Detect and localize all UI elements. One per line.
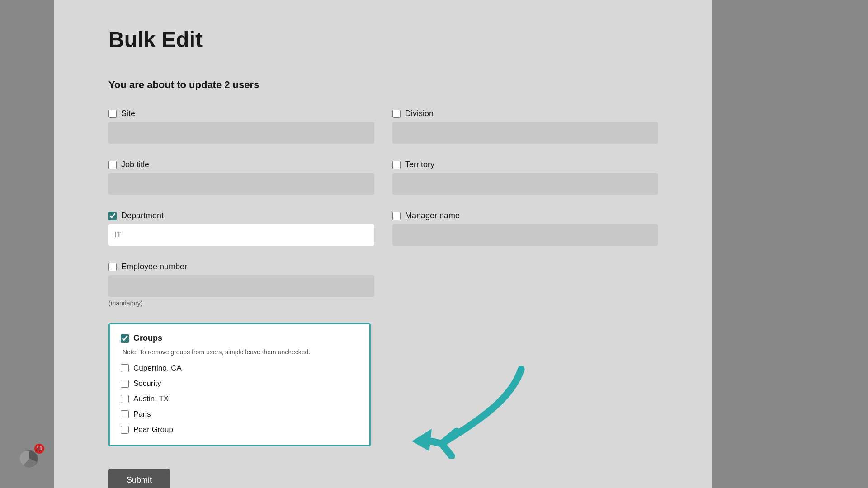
groups-wrapper: Groups Note: To remove groups from users… <box>108 323 371 446</box>
groups-label: Groups <box>133 333 162 343</box>
employee-number-label-row: Employee number <box>108 262 374 272</box>
groups-header: Groups <box>121 333 359 343</box>
manager-name-field-group: Manager name <box>392 211 658 246</box>
employee-number-label: Employee number <box>121 262 187 272</box>
groups-note: Note: To remove groups from users, simpl… <box>121 348 359 356</box>
department-label: Department <box>121 211 164 221</box>
list-item: Paris <box>121 410 359 419</box>
group-name-paris: Paris <box>133 410 151 419</box>
department-label-row: Department <box>108 211 374 221</box>
placeholder-group <box>392 262 658 307</box>
site-checkbox[interactable] <box>108 110 117 118</box>
mandatory-note: (mandatory) <box>108 300 374 307</box>
form-row-2: Job title Territory <box>108 160 658 195</box>
groups-checkbox[interactable] <box>121 334 129 343</box>
division-input[interactable] <box>392 122 658 144</box>
territory-input[interactable] <box>392 173 658 195</box>
site-input[interactable] <box>108 122 374 144</box>
manager-name-label: Manager name <box>405 211 460 221</box>
territory-checkbox[interactable] <box>392 161 401 169</box>
arrow-annotation <box>380 359 533 459</box>
group-checkbox-security[interactable] <box>121 380 129 388</box>
division-label-row: Division <box>392 109 658 118</box>
list-item: Austin, TX <box>121 394 359 404</box>
territory-label: Territory <box>405 160 434 169</box>
form-row-4: Employee number (mandatory) <box>108 262 658 307</box>
group-name-cupertino: Cupertino, CA <box>133 364 182 373</box>
list-item: Cupertino, CA <box>121 364 359 373</box>
group-name-pear-group: Pear Group <box>133 425 173 434</box>
department-checkbox[interactable] <box>108 212 117 220</box>
employee-number-input[interactable] <box>108 275 374 297</box>
employee-number-field-group: Employee number (mandatory) <box>108 262 374 307</box>
job-title-label-row: Job title <box>108 160 374 169</box>
manager-name-label-row: Manager name <box>392 211 658 221</box>
manager-name-checkbox[interactable] <box>392 212 401 220</box>
site-field-group: Site <box>108 109 374 144</box>
notification-badge: 11 <box>34 444 44 454</box>
group-checkbox-cupertino[interactable] <box>121 364 129 372</box>
division-label: Division <box>405 109 434 118</box>
page-container: Bulk Edit You are about to update 2 user… <box>0 0 868 488</box>
job-title-field-group: Job title <box>108 160 374 195</box>
group-checkbox-paris[interactable] <box>121 410 129 418</box>
employee-number-checkbox[interactable] <box>108 263 117 271</box>
list-item: Security <box>121 379 359 388</box>
list-item: Pear Group <box>121 425 359 434</box>
territory-field-group: Territory <box>392 160 658 195</box>
svg-marker-0 <box>412 429 432 451</box>
department-field-group: Department <box>108 211 374 246</box>
content-panel: Bulk Edit You are about to update 2 user… <box>54 0 712 488</box>
division-checkbox[interactable] <box>392 110 401 118</box>
group-checkbox-pear-group[interactable] <box>121 426 129 434</box>
territory-label-row: Territory <box>392 160 658 169</box>
job-title-checkbox[interactable] <box>108 161 117 169</box>
subtitle: You are about to update 2 users <box>108 79 658 91</box>
group-checkbox-austin[interactable] <box>121 395 129 403</box>
page-title: Bulk Edit <box>108 27 658 52</box>
form-row-3: Department Manager name <box>108 211 658 246</box>
job-title-input[interactable] <box>108 173 374 195</box>
division-field-group: Division <box>392 109 658 144</box>
submit-button[interactable]: Submit <box>108 469 170 488</box>
department-input[interactable] <box>108 224 374 246</box>
groups-section: Groups Note: To remove groups from users… <box>108 323 371 446</box>
form-row-1: Site Division <box>108 109 658 144</box>
site-label: Site <box>121 109 135 118</box>
group-name-austin: Austin, TX <box>133 394 169 404</box>
site-label-row: Site <box>108 109 374 118</box>
notification-icon[interactable]: 11 <box>14 443 45 474</box>
job-title-label: Job title <box>121 160 149 169</box>
group-name-security: Security <box>133 379 161 388</box>
manager-name-input[interactable] <box>392 224 658 246</box>
